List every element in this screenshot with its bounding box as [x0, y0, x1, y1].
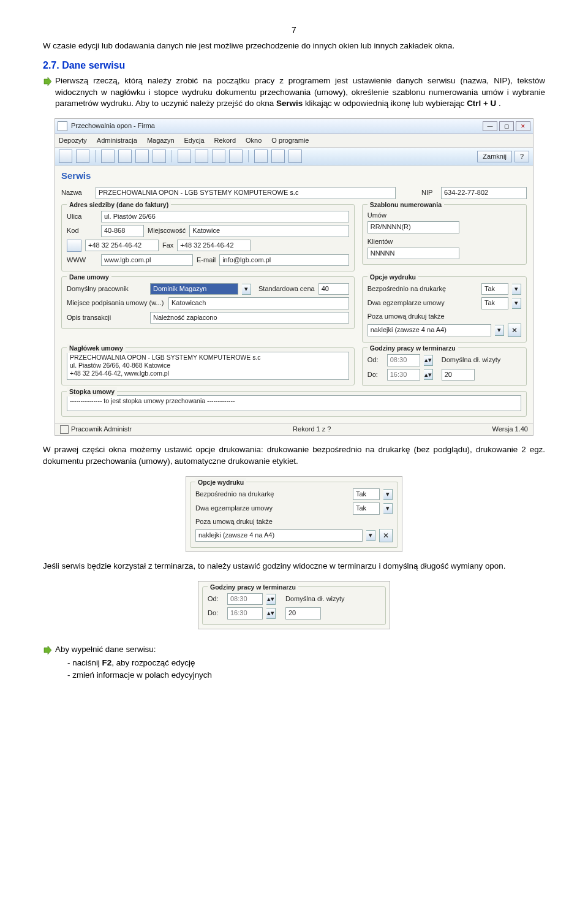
tool-icon[interactable]	[59, 150, 72, 163]
poza-field[interactable]: naklejki (zawsze 4 na A4)	[195, 529, 363, 541]
bezp-field[interactable]: Tak	[481, 283, 508, 295]
poza-field[interactable]: naklejki (zawsze 4 na A4)	[368, 324, 491, 336]
dropdown-icon[interactable]: ▾	[366, 530, 375, 541]
phone-icon[interactable]	[67, 240, 81, 252]
stdcena-label: Standardowa cena	[258, 284, 315, 294]
text: klikając w odpowiednią ikonę lub wybiera…	[305, 99, 467, 108]
nazwa-field[interactable]: PRZECHOWALNIA OPON - LGB SYSTEMY KOMPUTE…	[96, 187, 396, 199]
klientow-field[interactable]: NNNNN	[368, 248, 459, 259]
menu-magazyn[interactable]: Magazyn	[146, 135, 176, 146]
tel-field[interactable]: +48 32 254-46-42	[85, 240, 159, 251]
dropdown-icon[interactable]: ▾	[512, 284, 521, 295]
close-icon[interactable]: ✕	[516, 121, 530, 131]
separator	[95, 150, 96, 162]
dropdown-icon[interactable]: ▾	[495, 325, 504, 336]
od-field[interactable]: 08:30	[387, 354, 420, 366]
paragraph-3: W prawej części okna możemy ustawić opcj…	[43, 444, 545, 468]
tool-icon[interactable]	[153, 150, 166, 163]
do-field[interactable]: 16:30	[387, 369, 420, 381]
menu-rekord[interactable]: Rekord	[213, 135, 237, 146]
group-label: Szablonu numerowania	[368, 200, 444, 210]
menu-okno[interactable]: Okno	[244, 135, 263, 146]
nav-first-icon[interactable]	[178, 150, 191, 163]
text: .	[499, 99, 501, 108]
tool-icon[interactable]	[288, 150, 302, 163]
nav-prev-icon[interactable]	[195, 150, 208, 163]
bezp-label: Bezpośrednio na drukarkę	[368, 284, 478, 294]
umow-label: Umów	[368, 211, 386, 220]
status-mid: Rekord 1 z ?	[293, 425, 331, 434]
paragraph-5: Aby wypełnić dane serwisu:	[55, 644, 545, 656]
dwa-field[interactable]: Tak	[353, 502, 380, 514]
tool-icon[interactable]	[135, 150, 149, 163]
minimize-icon[interactable]: —	[483, 121, 497, 131]
dropdown-icon[interactable]: ▾	[242, 284, 251, 295]
titlebar: Przechowalnia opon - Firma — ▢ ✕	[55, 119, 533, 134]
umow-field[interactable]: RR/NNNN(R)	[368, 221, 459, 233]
opis-field[interactable]: Należność zapłacono	[150, 312, 349, 324]
www-field[interactable]: www.lgb.com.pl	[101, 254, 193, 266]
tool-icon[interactable]	[76, 150, 89, 163]
stepper-icon[interactable]: ▴▾	[266, 594, 276, 605]
opis-label: Opis transakcji	[67, 313, 146, 322]
email-field[interactable]: info@lgb.com.pl	[219, 254, 349, 266]
menu-edycja[interactable]: Edycja	[183, 135, 206, 146]
menu-administracja[interactable]: Administracja	[96, 135, 138, 146]
stdcena-field[interactable]: 40	[318, 283, 349, 295]
od-field[interactable]: 08:30	[227, 593, 263, 605]
www-label: WWW	[67, 256, 97, 265]
stepper-icon[interactable]: ▴▾	[424, 369, 433, 380]
dropdown-icon[interactable]: ▾	[512, 298, 521, 309]
dompracownik-field[interactable]: Dominik Magazyn	[150, 283, 238, 295]
maximize-icon[interactable]: ▢	[499, 121, 514, 131]
clear-icon[interactable]: ✕	[508, 324, 521, 337]
tool-icon[interactable]	[101, 150, 115, 163]
separator	[248, 150, 249, 162]
miejsce-field[interactable]: Katowicach	[168, 297, 349, 309]
close-button[interactable]: Zamknij	[477, 151, 512, 162]
dwa-field[interactable]: Tak	[481, 297, 508, 309]
stopka-field[interactable]: --------------- to jest stopka umowy prz…	[67, 395, 521, 411]
tool-icon[interactable]	[271, 150, 285, 163]
bezp-field[interactable]: Tak	[353, 488, 380, 500]
text-bold: Serwis	[276, 99, 303, 108]
dropdown-icon[interactable]: ▾	[383, 489, 393, 500]
menu-depozyty[interactable]: Depozyty	[58, 135, 88, 146]
od-label: Od:	[368, 355, 383, 365]
do-field[interactable]: 16:30	[227, 607, 263, 619]
help-button[interactable]: ?	[514, 151, 529, 162]
clear-icon[interactable]: ✕	[379, 529, 393, 542]
email-label: E-mail	[197, 256, 216, 265]
text-bold: Ctrl + U	[467, 99, 496, 108]
tool-icon[interactable]	[118, 150, 132, 163]
nazwa-label: Nazwa	[61, 188, 92, 197]
menu-oprogramie[interactable]: O programie	[270, 135, 310, 146]
group-naglowek: Nagłówek umowy PRZECHOWALNIA OPON - LGB …	[61, 347, 355, 385]
menubar: Depozyty Administracja Magazyn Edycja Re…	[55, 134, 533, 148]
section-title: Serwis	[55, 165, 533, 182]
stepper-icon[interactable]: ▴▾	[266, 608, 276, 619]
dl-field[interactable]: 20	[285, 607, 321, 619]
stepper-icon[interactable]: ▴▾	[424, 355, 433, 366]
group-opcje2: Opcje wydruku Bezpośrednio na drukarkęTa…	[190, 482, 398, 548]
kod-field[interactable]: 40-868	[101, 225, 144, 237]
naglowek-field[interactable]: PRZECHOWALNIA OPON - LGB SYSTEMY KOMPUTE…	[67, 352, 349, 379]
dropdown-icon[interactable]: ▾	[383, 503, 393, 514]
paragraph-2: Pierwszą rzeczą, którą należy zrobić na …	[55, 75, 545, 110]
separator	[172, 150, 172, 162]
dl-field[interactable]: 20	[442, 369, 475, 381]
nip-field[interactable]: 634-22-77-802	[441, 187, 527, 199]
tool-icon[interactable]	[254, 150, 268, 163]
status-right: Wersja 1.40	[492, 425, 528, 434]
group-godziny2: Godziny pracy w terminarzu Od: 08:30 ▴▾ …	[202, 586, 386, 625]
group-label: Opcje wydruku	[195, 478, 246, 487]
group-label: Dane umowy	[67, 273, 111, 282]
fax-field[interactable]: +48 32 254-46-42	[177, 240, 251, 251]
group-label: Opcje wydruku	[368, 273, 418, 282]
ulica-field[interactable]: ul. Piastów 26/66	[101, 211, 349, 222]
od-label: Od:	[208, 594, 224, 604]
status-left: Pracownik Administr	[60, 425, 132, 434]
miejscowosc-field[interactable]: Katowice	[189, 225, 349, 237]
nav-next-icon[interactable]	[212, 150, 225, 163]
nav-last-icon[interactable]	[229, 150, 243, 163]
